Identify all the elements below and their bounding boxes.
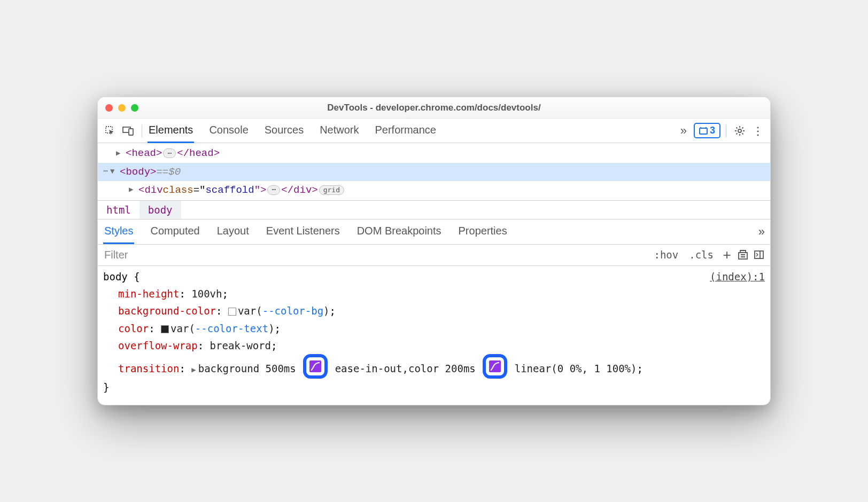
window-controls [105,104,138,112]
attr-value: scaffold [205,181,254,199]
svg-rect-2 [129,129,133,135]
source-link[interactable]: (index):1 [710,268,765,285]
subtab-properties[interactable]: Properties [458,219,508,244]
tab-elements[interactable]: Elements [148,119,194,143]
settings-icon[interactable] [732,123,748,139]
expand-arrow-icon[interactable]: ▶ [129,183,138,197]
styles-pane: body { (index):1 min-height: 100vh; back… [98,266,770,405]
attr-eq: =" [193,181,206,199]
dom-tag-close: </head> [177,144,220,162]
rule-header: body { (index):1 [103,268,765,285]
main-toolbar: Elements Console Sources Network Perform… [98,119,770,143]
dom-row-div[interactable]: ▶ <div class="scaffold"> ⋯ </div> grid [98,181,770,199]
var-close: ) [268,323,274,334]
hov-button[interactable]: :hov [648,246,684,264]
crumb-body[interactable]: body [140,201,181,219]
tab-console[interactable]: Console [208,119,249,143]
dom-tag-close: </div> [281,181,317,199]
svg-point-4 [738,129,741,132]
selector[interactable]: body { [103,268,140,285]
issues-icon [699,127,708,135]
inspect-icon[interactable] [102,123,118,139]
new-style-rule-icon[interactable]: + [719,247,735,263]
prop-value: break-word [210,340,271,351]
expand-value-icon[interactable]: ▶ [191,364,196,377]
collapse-arrow-icon[interactable]: ▼ [110,165,120,178]
prop-value-part: background 500ms [198,363,296,374]
subtab-styles[interactable]: Styles [103,219,134,244]
ellipsis-badge[interactable]: ⋯ [163,148,176,158]
window-title: DevTools - developer.chrome.com/docs/dev… [98,103,770,113]
svg-rect-5 [739,253,747,259]
subtab-computed[interactable]: Computed [149,219,200,244]
more-subtabs-icon[interactable]: » [758,225,765,239]
toolbar-divider [142,124,142,137]
var-name: --color-text [195,323,268,334]
issues-count: 3 [710,125,715,136]
ellipsis-badge[interactable]: ⋯ [267,185,280,195]
breadcrumb: html body [98,201,770,219]
attr-name: class [163,181,193,199]
var-close: ) [323,305,329,317]
prop-value-part: ,color 200ms [402,363,476,374]
console-ref-eq: == [156,163,168,181]
maximize-window-button[interactable] [131,104,138,112]
prop-name: color [118,323,149,334]
dom-row-body[interactable]: ⋯ ▼ <body> == $0 [98,163,770,181]
var-func: var( [238,305,262,317]
toggle-sidebar-icon[interactable] [751,249,767,260]
easing-editor-icon[interactable] [309,360,321,372]
prop-value-part: linear(0 0%, 1 100%) [515,363,637,374]
dom-tree: ▶ <head> ⋯ </head> ⋯ ▼ <body> == $0 ▶ <d… [98,143,770,201]
annotation-highlight [483,354,507,379]
close-window-button[interactable] [105,104,113,112]
svg-rect-6 [755,251,763,258]
main-tabs: Elements Console Sources Network Perform… [148,119,673,143]
tab-network[interactable]: Network [319,119,360,143]
tab-sources[interactable]: Sources [264,119,305,143]
css-property[interactable]: background-color: var(--color-bg); [103,302,765,319]
subtab-layout[interactable]: Layout [216,219,250,244]
cls-button[interactable]: .cls [684,246,719,264]
easing-editor-icon[interactable] [489,360,501,372]
subtab-event-listeners[interactable]: Event Listeners [265,219,341,244]
prop-name: transition [118,363,179,374]
styles-subtabs: Styles Computed Layout Event Listeners D… [98,219,770,245]
issues-badge[interactable]: 3 [694,123,720,138]
kebab-menu-icon[interactable]: ⋮ [750,123,766,139]
devtools-window: DevTools - developer.chrome.com/docs/dev… [97,97,771,405]
var-func: var( [170,323,195,334]
prop-name: min-height [118,288,179,300]
dom-row-head[interactable]: ▶ <head> ⋯ </head> [98,144,770,162]
prop-name: overflow-wrap [118,340,198,351]
css-property[interactable]: color: var(--color-text); [103,320,765,337]
var-name: --color-bg [262,305,323,317]
console-ref-var: $0 [168,163,181,181]
expand-arrow-icon[interactable]: ▶ [116,147,126,160]
dom-tag: <body> [120,163,156,181]
css-property[interactable]: overflow-wrap: break-word; [103,337,765,354]
dom-tag: <head> [126,144,162,162]
more-tabs-icon[interactable]: » [676,123,692,139]
titlebar: DevTools - developer.chrome.com/docs/dev… [98,97,770,119]
prop-name: background-color [118,305,216,317]
dom-tag: <div [138,181,163,199]
svg-rect-3 [700,128,707,134]
crumb-html[interactable]: html [98,201,140,219]
filter-bar: :hov .cls + [98,245,770,266]
tab-performance[interactable]: Performance [374,119,438,143]
toolbar-divider-2 [726,124,726,137]
computed-sidebar-icon[interactable] [735,249,751,260]
grid-badge[interactable]: grid [319,185,344,195]
device-toolbar-icon[interactable] [120,123,136,139]
minimize-window-button[interactable] [118,104,126,112]
row-dots-icon: ⋯ [103,164,108,179]
css-property[interactable]: min-height: 100vh; [103,285,765,302]
color-swatch-icon[interactable] [228,308,236,316]
color-swatch-icon[interactable] [161,325,169,333]
subtab-dom-breakpoints[interactable]: DOM Breakpoints [356,219,443,244]
filter-input[interactable] [98,245,648,265]
css-property-transition[interactable]: transition: ▶background 500ms ease-in-ou… [103,354,765,379]
prop-value-part: ease-in-out [335,363,402,374]
dom-tag-end: "> [254,181,267,199]
